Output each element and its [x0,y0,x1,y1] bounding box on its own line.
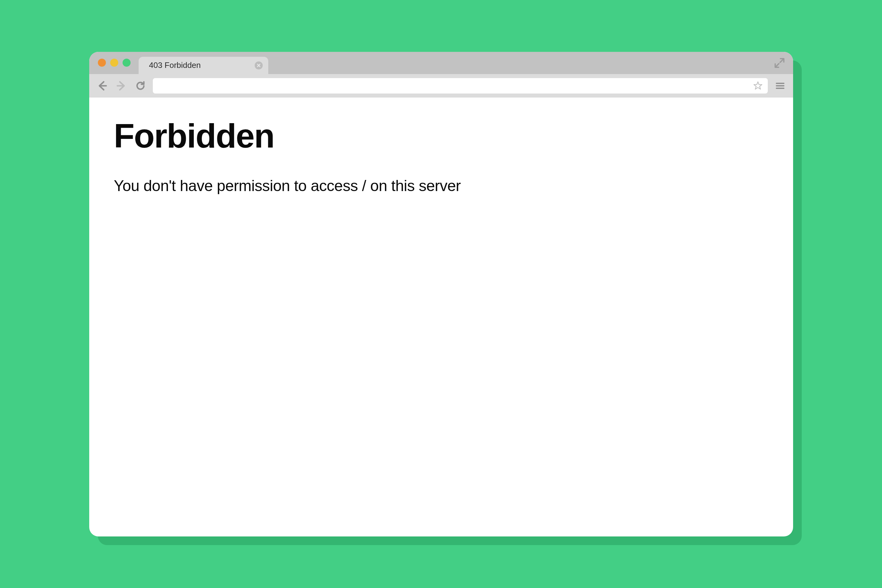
tab-title: 403 Forbidden [149,60,201,70]
bookmark-button[interactable] [752,80,764,92]
window-close-button[interactable] [98,58,106,67]
forward-button[interactable] [114,79,128,93]
browser-window: 403 Forbidden [89,52,793,537]
tab-close-button[interactable] [255,62,263,69]
page-content: Forbidden You don't have permission to a… [89,98,793,213]
tab-strip: 403 Forbidden [139,52,428,74]
back-button[interactable] [95,79,109,93]
reload-button[interactable] [134,79,147,93]
toolbar [89,74,793,98]
error-message: You don't have permission to access / on… [114,177,768,195]
error-heading: Forbidden [114,116,768,155]
forward-icon [116,81,127,91]
window-controls [98,58,130,67]
fullscreen-button[interactable] [774,57,785,70]
menu-icon [775,81,785,91]
close-icon [256,63,261,68]
menu-button[interactable] [773,79,787,93]
titlebar: 403 Forbidden [89,52,793,74]
window-minimize-button[interactable] [110,58,118,67]
close-icon [382,63,387,68]
address-bar[interactable] [153,78,768,93]
back-icon [97,81,107,91]
reload-icon [135,81,146,91]
tab-inactive[interactable] [265,57,394,74]
star-icon [753,81,762,90]
new-tab-stub[interactable] [390,57,428,74]
address-input[interactable] [157,81,752,90]
tab-close-button[interactable] [381,62,388,69]
expand-icon [774,57,785,69]
window-maximize-button[interactable] [123,58,130,67]
tab-active[interactable]: 403 Forbidden [139,57,268,74]
